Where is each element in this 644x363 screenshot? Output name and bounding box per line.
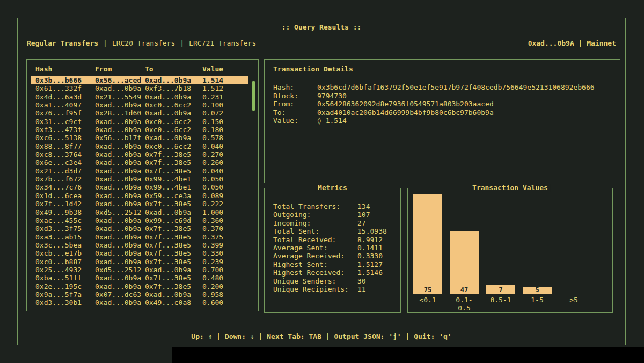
metric-row: Total Sent:15.0938: [273, 227, 400, 235]
table-row[interactable]: 0x4d...6a3d0x21...55490xad...0b9a0.231: [31, 93, 248, 101]
table-cell: 0xad...0b9a: [95, 175, 145, 183]
table-cell: 0.100: [202, 101, 248, 109]
table-cell: 0x7f...38e5: [145, 158, 202, 166]
table-cell: 0xad...0b9a: [145, 93, 202, 101]
table-row[interactable]: 0xd3...30b10xad...0b9a0x49...c0a80.600: [31, 299, 248, 307]
table-row[interactable]: 0x21...d3d70xad...0b9a0x7f...38e50.040: [31, 167, 248, 175]
bar-value-label: 75: [413, 286, 442, 294]
table-row[interactable]: 0x88...8f770xad...0b9a0xc0...6cc20.040: [31, 142, 248, 150]
table-row[interactable]: 0x7f...1d420xad...0b9a0x7f...38e50.222: [31, 200, 248, 208]
metric-row: Incoming:27: [273, 219, 400, 227]
detail-field: Value:◊ 1.514: [273, 117, 620, 125]
table-scrollbar[interactable]: [252, 81, 255, 111]
table-cell: 0x07...dc63: [95, 291, 145, 299]
tab-regular-transfers[interactable]: Regular Transfers: [27, 39, 98, 47]
table-row[interactable]: 0xcb...e17b0xad...0b9a0x7f...38e50.330: [31, 249, 248, 257]
axis-tick-label: 1-5: [523, 296, 552, 304]
tab-erc20-transfers[interactable]: ERC20 Transfers: [112, 39, 175, 47]
table-cell: 0xad...0b9a: [95, 84, 145, 92]
table-row[interactable]: 0xa3...ab150xad...0b9a0x7f...38e50.375: [31, 233, 248, 241]
table-row[interactable]: 0x49...9b380xd5...25120xad...0b9a1.000: [31, 208, 248, 216]
table-cell: 0.260: [202, 158, 248, 166]
metric-row: Unique Senders:30: [273, 277, 400, 285]
table-row[interactable]: 0x76...f95f0x28...1d600xad...0b9a0.072: [31, 109, 248, 117]
tx-table-body: 0x3b...b6660x56...aced0xad...0b9a1.5140x…: [27, 76, 258, 307]
table-cell: 0xad...0b9a: [95, 158, 145, 166]
table-cell: 0.330: [202, 249, 248, 257]
detail-label: Value:: [273, 117, 317, 125]
metric-label: Highest Sent:: [273, 260, 357, 268]
histogram-bar: 5: [523, 287, 552, 294]
table-cell: 0x61...332f: [35, 84, 95, 92]
table-row[interactable]: 0x7b...f6720xad...0b9a0x99...4be10.050: [31, 175, 248, 183]
chart-title: Transaction Values: [470, 184, 551, 192]
bar-value-label: 7: [486, 286, 515, 294]
table-row[interactable]: 0x31...c9cf0xad...0b9a0xc0...6cc20.150: [31, 118, 248, 126]
table-cell: 0.040: [202, 167, 248, 175]
table-cell: 0.578: [202, 134, 248, 142]
metric-label: Incoming:: [273, 219, 357, 227]
metric-label: Unique Recipients:: [273, 285, 357, 293]
tab-separator: |: [180, 39, 184, 47]
table-cell: 0x7f...38e5: [145, 258, 202, 266]
metric-value: 107: [357, 210, 400, 219]
column-header: Value: [202, 65, 258, 73]
table-cell: 0.040: [202, 142, 248, 150]
table-cell: 0.050: [202, 175, 248, 183]
detail-label: From:: [273, 100, 317, 108]
tab-erc721-transfers[interactable]: ERC721 Transfers: [189, 39, 256, 47]
table-row[interactable]: 0x25...49320xd5...25120xad...0b9a0.700: [31, 266, 248, 274]
table-row[interactable]: 0xc0...b8870xad...0b9a0x7f...38e50.239: [31, 258, 248, 266]
table-cell: 0xba...51ff: [35, 274, 95, 282]
table-cell: 0x99...4be1: [145, 183, 202, 191]
axis-tick-label: <0.1: [413, 296, 442, 304]
bar-column: 70.5-1: [486, 196, 515, 294]
table-cell: 0x21...5549: [95, 93, 145, 101]
table-cell: 0.050: [202, 183, 248, 191]
table-cell: 0xad...0b9a: [95, 142, 145, 150]
table-row[interactable]: 0x2e...195c0xad...0b9a0x7f...38e50.200: [31, 282, 248, 291]
table-row[interactable]: 0x3b...b6660x56...aced0xad...0b9a1.514: [31, 76, 248, 84]
table-row[interactable]: 0xd3...3f750xad...0b9a0x7f...38e50.370: [31, 224, 248, 233]
metric-value: 134: [357, 202, 400, 210]
table-row[interactable]: 0x34...7c760xad...0b9a0x99...4be10.050: [31, 183, 248, 191]
table-row[interactable]: 0xac...455c0xad...0b9a0x99...c69d0.360: [31, 216, 248, 224]
table-row[interactable]: 0x1d...6cea0xad...0b9a0x59...ce3a0.089: [31, 192, 248, 200]
metric-row: Average Received:0.3330: [273, 252, 400, 260]
table-row[interactable]: 0x3c...5bea0xad...0b9a0x7f...38e50.399: [31, 241, 248, 249]
table-cell: 0.231: [202, 93, 248, 101]
table-row[interactable]: 0xf3...473f0xad...0b9a0xc0...6cc20.180: [31, 126, 248, 134]
table-row[interactable]: 0xc8...37640xad...0b9a0x7f...38e50.270: [31, 150, 248, 158]
metric-row: Average Sent:0.1411: [273, 244, 400, 252]
table-row[interactable]: 0x6e...c3e40xad...0b9a0x7f...38e50.260: [31, 158, 248, 166]
table-row[interactable]: 0xc6...51380x56...b17f0xad...0b9a0.578: [31, 134, 248, 142]
table-row[interactable]: 0xba...51ff0xad...0b9a0x7f...38e50.480: [31, 274, 248, 282]
detail-value: 0x564286362092d8e7936f0549571a803b203aac…: [317, 100, 620, 108]
table-cell: 0x31...c9cf: [35, 118, 95, 126]
table-cell: 0xd5...2512: [95, 208, 145, 216]
table-row[interactable]: 0x9a...5f7a0x07...dc630xad...0b9a0.958: [31, 291, 248, 299]
metric-value: 0.3330: [357, 252, 400, 260]
terminal-window: :: Query Results :: Regular Transfers|ER…: [17, 18, 626, 345]
table-cell: 0x59...ce3a: [145, 192, 202, 200]
histogram-bar: 7: [486, 285, 515, 294]
table-row[interactable]: 0x61...332f0xad...0b9a0xf3...7b181.512: [31, 84, 248, 92]
table-row[interactable]: 0xa1...40970xad...0b9a0xc0...6cc20.100: [31, 101, 248, 109]
table-cell: 0x7f...38e5: [145, 224, 202, 233]
table-cell: 0x7f...38e5: [145, 200, 202, 208]
table-cell: 0x21...d3d7: [35, 167, 95, 175]
table-cell: 0.089: [202, 192, 248, 200]
transaction-values-chart-panel: Transaction Values 75<0.1470.1-0.570.5-1…: [407, 188, 613, 313]
table-cell: 0xf3...7b18: [145, 84, 202, 92]
table-cell: 0x9a...5f7a: [35, 291, 95, 299]
axis-tick-label: >5: [559, 296, 588, 304]
detail-label: Block:: [273, 92, 317, 100]
table-cell: 0xc0...6cc2: [145, 126, 202, 134]
table-cell: 0xad...0b9a: [145, 109, 202, 117]
tabs: Regular Transfers|ERC20 Transfers|ERC721…: [27, 39, 256, 47]
account-network-indicator: 0xad...0b9A | Mainnet: [528, 39, 616, 47]
metric-value: 27: [357, 219, 400, 227]
table-cell: 0xa3...ab15: [35, 233, 95, 241]
table-cell: 0xc0...6cc2: [145, 101, 202, 109]
table-cell: 0x99...4be1: [145, 175, 202, 183]
